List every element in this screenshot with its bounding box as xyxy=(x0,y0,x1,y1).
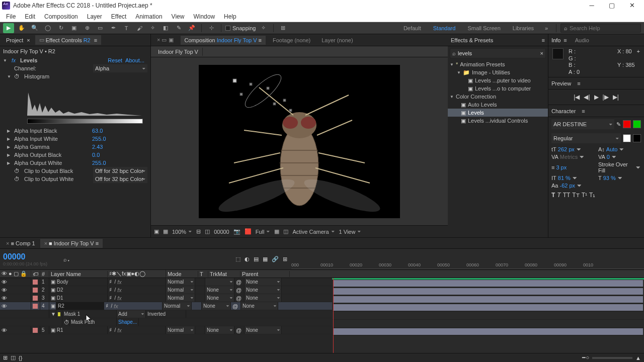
orbit-tool[interactable]: ◯ xyxy=(42,23,53,33)
minimize-button[interactable]: ─ xyxy=(582,0,602,11)
workspace-small[interactable]: Small Screen xyxy=(462,24,505,32)
views-dropdown[interactable]: 1 View xyxy=(339,229,362,235)
tl-icon[interactable]: ⊞ xyxy=(283,256,287,262)
zoom-tool[interactable]: 🔍 xyxy=(29,23,40,33)
shy-icon[interactable]: ♯ xyxy=(109,327,112,333)
channel-dropdown[interactable]: Alpha xyxy=(93,64,147,72)
tree-item[interactable]: ▣Levels ...ividual Controls xyxy=(448,117,548,125)
roto-tool[interactable]: ✎ xyxy=(173,23,184,33)
layer-bar[interactable] xyxy=(333,328,643,335)
shape-tool[interactable]: ▭ xyxy=(95,23,106,33)
toggle-alpha-icon[interactable]: ▣ xyxy=(154,228,159,235)
visibility-toggle[interactable]: 👁 xyxy=(2,327,7,333)
camera-tool[interactable]: ▣ xyxy=(68,23,79,33)
layer-name[interactable]: ▣ Body xyxy=(49,278,108,286)
current-time[interactable]: 00000 xyxy=(3,252,57,261)
last-frame-button[interactable]: ▶| xyxy=(613,94,619,101)
smallcaps-button[interactable]: Tᴛ xyxy=(572,192,579,199)
pickwhip-icon[interactable]: @ xyxy=(232,303,238,309)
param-value[interactable]: 255.0 xyxy=(92,160,147,166)
label-color[interactable] xyxy=(33,296,38,301)
tl-icon[interactable]: ▦ xyxy=(263,256,268,262)
stroke-width[interactable]: ≡3 px xyxy=(551,161,594,173)
toggle-modes-icon[interactable]: ◫ xyxy=(11,354,16,361)
viewer-tab[interactable]: Indoor Fly Top V xyxy=(154,48,203,56)
stopwatch-icon[interactable]: ⏱ xyxy=(14,176,21,182)
tree-item[interactable]: ▣Levels ...o to computer xyxy=(448,84,548,93)
collapse-icon[interactable]: ▼ xyxy=(7,74,11,79)
effect-name[interactable]: Levels xyxy=(20,57,105,63)
res-icon[interactable]: ⊟ xyxy=(196,228,201,235)
stopwatch-icon[interactable]: ⏱ xyxy=(14,168,21,174)
snap-options[interactable]: ✧ xyxy=(258,23,269,33)
font-size[interactable]: tT262 px ⏷ xyxy=(551,146,594,152)
close-icon[interactable]: × xyxy=(27,37,30,43)
workspace-default[interactable]: Default xyxy=(398,24,426,32)
tree-folder[interactable]: ▼Color Correction xyxy=(448,93,548,101)
pickwhip-icon[interactable]: @ xyxy=(236,327,242,333)
next-frame-button[interactable]: |▶ xyxy=(603,94,609,101)
layer-name[interactable]: ▣ D2 xyxy=(49,286,108,294)
grid-icon[interactable]: ▦ xyxy=(163,228,168,235)
collapse-icon[interactable]: ▶ xyxy=(7,137,11,141)
visibility-toggle[interactable]: 👁 xyxy=(2,279,7,285)
play-button[interactable]: ▶ xyxy=(594,94,599,101)
zoom-in-icon[interactable]: ▲ xyxy=(635,355,641,361)
tab-composition[interactable]: Composition Indoor Fly Top V ≡ xyxy=(181,36,266,45)
track-area[interactable] xyxy=(332,278,644,353)
tree-item-selected[interactable]: ▣Levels xyxy=(448,109,548,117)
workspace-standard[interactable]: Standard xyxy=(428,24,461,32)
tab-project[interactable]: Project× xyxy=(2,36,34,45)
toggle-switches-icon[interactable]: ⊞ xyxy=(3,354,8,361)
layer-name[interactable]: ▣ R1 xyxy=(49,326,108,334)
prev-frame-button[interactable]: ◀| xyxy=(584,94,590,101)
fill-color[interactable] xyxy=(623,120,631,128)
vscale[interactable]: IT81 % ⏷ xyxy=(551,175,594,181)
fx-badge[interactable]: fx xyxy=(10,57,17,63)
playhead[interactable] xyxy=(333,278,334,353)
tab-info[interactable]: Info xyxy=(551,37,560,43)
menu-effect[interactable]: Effect xyxy=(107,12,130,21)
selection-tool[interactable]: ▶ xyxy=(3,23,14,33)
no-color[interactable] xyxy=(633,134,641,142)
parent-dropdown[interactable]: None xyxy=(245,326,282,334)
label-color[interactable] xyxy=(33,280,38,285)
parent-dropdown[interactable]: None xyxy=(245,278,282,286)
parent-dropdown[interactable]: None xyxy=(245,286,282,294)
mask-inverted-label[interactable]: Inverted xyxy=(146,310,186,318)
shy-icon[interactable]: ♯ xyxy=(106,303,108,309)
mask-name[interactable]: Mask 1 xyxy=(62,310,117,318)
close-button[interactable]: ✕ xyxy=(622,0,642,11)
param-value[interactable]: 2.43 xyxy=(92,144,147,150)
resolution-dropdown[interactable]: Full xyxy=(256,229,271,235)
puppet-tool[interactable]: 📌 xyxy=(186,23,197,33)
leading[interactable]: A↕Auto ⏷ xyxy=(598,146,641,152)
rotate-tool[interactable]: ↻ xyxy=(55,23,66,33)
baseline[interactable]: Aa-62 px ⏷ xyxy=(551,183,594,189)
effects-search[interactable]: ⌕ × xyxy=(450,48,546,58)
tab-comp1[interactable]: × ■ Comp 1 xyxy=(2,239,39,248)
tab-audio[interactable]: Audio xyxy=(575,37,589,43)
tree-item[interactable]: ▣Auto Levels xyxy=(448,101,548,109)
trkmat-dropdown[interactable]: None xyxy=(205,286,234,294)
tab-character[interactable]: Character xyxy=(551,108,576,114)
mask-shape-button[interactable]: Shape... xyxy=(117,318,139,326)
kerning[interactable]: VAMetrics ⏷ xyxy=(551,154,594,160)
camera-dropdown[interactable]: Active Camera xyxy=(292,229,335,235)
toggle-brackets-icon[interactable]: {} xyxy=(19,355,22,361)
tab-layer[interactable]: Layer (none) xyxy=(317,36,357,45)
pickwhip-icon[interactable]: @ xyxy=(236,279,242,285)
search-icon[interactable]: ⌕▾ xyxy=(63,256,70,262)
stroke-color[interactable] xyxy=(633,120,641,128)
collapse-icon[interactable]: ▼ xyxy=(3,58,7,63)
axis-tool[interactable]: ⊹ xyxy=(206,23,217,33)
blend-mode-dropdown[interactable]: Normal xyxy=(166,286,195,294)
menu-help[interactable]: Help xyxy=(220,12,240,21)
shy-icon[interactable]: ♯ xyxy=(109,295,112,301)
first-frame-button[interactable]: |◀ xyxy=(574,94,580,101)
subscript-button[interactable]: T₁ xyxy=(589,192,595,199)
transparency-icon[interactable]: ▦ xyxy=(274,228,279,235)
mask-mode-dropdown[interactable]: Add xyxy=(117,310,146,318)
hand-tool[interactable]: ✋ xyxy=(16,23,27,33)
eyedropper-icon[interactable]: ✎ xyxy=(616,121,621,128)
